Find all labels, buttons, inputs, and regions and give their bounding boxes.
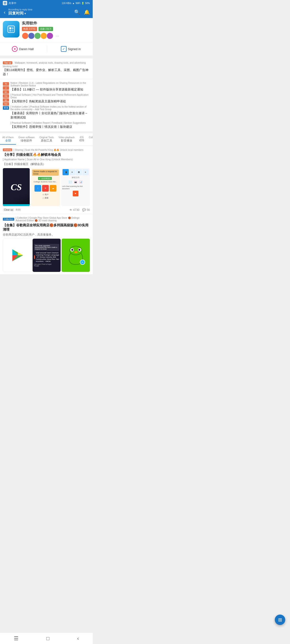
- tab-video-cn: 影音播放: [59, 139, 75, 143]
- follow-section: ★ Daren Hall ✓ Signed in: [0, 42, 93, 57]
- comment-icon: 💬 56: [82, 208, 90, 212]
- notification-button[interactable]: 🔔: [84, 9, 90, 15]
- tag-top: top: [3, 94, 9, 98]
- post-item-2[interactable]: To p up, top up, top 置顶 Notice | Revisio…: [0, 79, 93, 132]
- svg-rect-7: [12, 27, 14, 29]
- comment-count: 56: [87, 208, 90, 212]
- svg-rect-3: [5, 3, 6, 4]
- post-cn-title-5: 【实用软件】违规举报丨情况反馈丨版块建议: [11, 125, 90, 129]
- tab-all-en: All of them: [3, 136, 14, 139]
- tab-all[interactable]: All of them 全部: [0, 135, 16, 144]
- post-card2-en-title: [ Collection ] Google Play Store Global …: [16, 216, 90, 222]
- post-card1-app-name-en: [ Application Name ] Scan All in One Kin…: [3, 158, 90, 161]
- svg-rect-2: [4, 3, 5, 4]
- tab-video[interactable]: Video playback 影音播放: [56, 135, 77, 144]
- post-card-1[interactable]: Sharing [ Sharing ] Scan the All Powerfu…: [0, 146, 93, 214]
- sharing-badge: Sharing: [3, 148, 12, 151]
- search-button[interactable]: 🔍: [74, 9, 80, 15]
- heat-badge: 热度 3.07亿: [22, 27, 37, 31]
- post-card1-tags: Clear up 刚刚: [3, 208, 21, 212]
- follow-button[interactable]: ★ Daren Hall: [9, 45, 36, 53]
- status-left: 共享中: [3, 1, 17, 5]
- tab-video-en: Video playback: [59, 136, 75, 139]
- tiktok-content: The newly upgraded leaderboard has been …: [33, 242, 61, 268]
- back-button[interactable]: ‹: [3, 8, 7, 16]
- svg-rect-6: [9, 30, 11, 32]
- tag-up2: up,: [3, 98, 9, 102]
- post-en-title-1: Wallpaper, homework, analysis tools, dra…: [3, 62, 86, 68]
- google-play-logo: [10, 248, 24, 262]
- battery-level: 50%: [85, 2, 90, 4]
- tiktok-likes: Like post: Proof of input: [34, 263, 60, 265]
- tag-p: p: [3, 86, 9, 90]
- post-en-title-4: [ Invitation Letter ]-Practical Software…: [11, 106, 90, 111]
- post-card1-app-name-cn: 【台标】扫描全能王（解锁会员）: [3, 162, 90, 166]
- status-right: 116 KB/s ▲ WiFi 🔋 50%: [62, 2, 90, 4]
- tab-original[interactable]: Original Tools 原创工具: [37, 135, 56, 144]
- signed-label: Signed in: [68, 47, 81, 51]
- tiktok-people: People: [34, 265, 60, 267]
- svg-marker-12: [18, 252, 23, 255]
- post-image-tiktok: The newly upgraded leaderboard has been …: [33, 239, 61, 272]
- screenshot2-btn: ▶: [73, 191, 79, 196]
- tag-up: up,: [3, 90, 9, 94]
- post-image-google-play: [3, 239, 32, 272]
- tab-ios[interactable]: iOS iOS: [77, 135, 87, 144]
- post-item-1[interactable]: Top up Wallpaper, homework, analysis too…: [0, 58, 93, 79]
- vertical-divider: [47, 45, 47, 52]
- screenshot1-text: College students have the...: [34, 181, 57, 183]
- star-icon: ★: [12, 46, 18, 52]
- post-image-cs: CS: [3, 168, 30, 206]
- screenshot2-footer: Let's Start scanning the first document: [62, 185, 89, 190]
- cs-logo-text: CS: [11, 182, 22, 192]
- post-card1-footer: Clear up 刚刚 👁 4730 💬 56: [3, 208, 90, 212]
- app-icon: [3, 1, 7, 5]
- screenshot1-banner: Some made a request to know: [32, 170, 59, 176]
- cs-logo-bar: [3, 204, 30, 206]
- category-tabs: All of them 全部 Green software 绿色软件 Origi…: [0, 133, 93, 146]
- network-speed: 116 KB/s: [62, 2, 71, 4]
- duolingo-content: ✏: [62, 239, 90, 272]
- more-members-button[interactable]: ···: [56, 34, 59, 38]
- tag-to: To: [3, 82, 9, 86]
- post-content-2: Notice | Revision 11.6 - Latest Regulati…: [11, 82, 90, 129]
- wifi-icon: WiFi: [76, 2, 80, 4]
- nav-icons: 🔍 🔔: [74, 9, 90, 15]
- svg-rect-0: [4, 2, 5, 3]
- group-avatar: [3, 21, 20, 38]
- battery-icon: 🔋: [81, 2, 84, 4]
- profile-section: 实用软件 热度 3.07亿 话题 2百万 ···: [0, 18, 93, 42]
- follow-label: Daren Hall: [19, 47, 34, 51]
- tab-green[interactable]: Green software 绿色软件: [16, 135, 37, 144]
- tab-original-cn: 原创工具: [40, 139, 54, 143]
- tag-top2: top: [3, 102, 9, 106]
- screenshot1-footer2: △ 搜索: [42, 196, 49, 199]
- post-image-screenshot1: Some made a request to know ✓ 认证保龙主 Coll…: [31, 168, 60, 206]
- profile-stats: 热度 3.07亿 话题 2百万: [22, 27, 90, 31]
- dropdown-icon[interactable]: ▾: [25, 12, 26, 15]
- post-card2-cn-title: 【合集】谷歌商店全球应用商店🏀多邦国高级版🏀3D实用清理: [3, 223, 90, 232]
- svg-rect-8: [12, 30, 14, 32]
- app-name: 共享中: [9, 2, 17, 5]
- sign-in-button[interactable]: ✓ Signed in: [58, 45, 84, 53]
- member-avatar-1: [22, 32, 29, 39]
- tab-green-cn: 绿色软件: [18, 139, 35, 143]
- collection-badge: Collection: [3, 218, 14, 220]
- post-card1-images: CS Some made a request to know ✓ 认证保龙主 C…: [3, 168, 90, 206]
- tab-collective-cn: 集合贴: [89, 139, 93, 143]
- nav-bar: ‹ According to reply time 回复时间 ▾ 🔍 🔔: [0, 6, 93, 18]
- profile-info: 实用软件 热度 3.07亿 话题 2百万 ···: [22, 21, 90, 39]
- view-icon: 👁 4730: [69, 208, 79, 212]
- member-avatar-2: [28, 32, 35, 39]
- nav-title: 回复时间: [8, 11, 24, 16]
- post-image-duolingo: ✏: [62, 239, 90, 272]
- tab-all-cn: 全部: [3, 139, 14, 143]
- check-icon: ✓: [61, 46, 67, 52]
- tab-collective[interactable]: Collective stickers 集合贴: [87, 135, 93, 144]
- post-tag-1: Top up: [3, 61, 12, 64]
- post-card-2[interactable]: Collection [ Collection ] Google Play St…: [0, 214, 93, 274]
- screenshot2-grid: 📲 ✕ ⬒ ≡: [63, 169, 89, 175]
- nav-title-area: According to reply time 回复时间 ▾: [8, 8, 72, 16]
- owl-icon: ✏: [68, 246, 84, 265]
- signal-icon: ▲: [72, 2, 75, 4]
